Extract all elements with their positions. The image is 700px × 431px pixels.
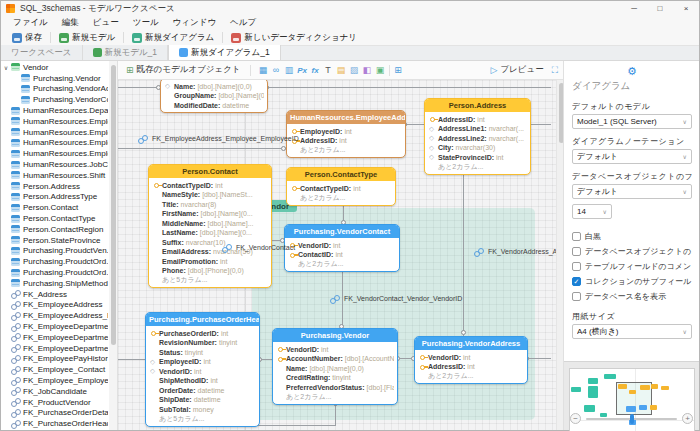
sidebar-item-Purchasing.VendorCont...[interactable]: Purchasing.VendorCont... — [1, 94, 108, 105]
sidebar-item-FK_EmployeeAddress_E...[interactable]: FK_EmployeeAddress_E... — [1, 310, 108, 321]
zoom-out-icon[interactable]: − — [570, 413, 581, 424]
toolbar-save-button[interactable]: 保存 — [7, 31, 47, 45]
sidebar-item-HumanResources.Shift[interactable]: HumanResources.Shift — [1, 170, 108, 181]
caret-down-icon[interactable]: ∨ — [1, 64, 11, 71]
new-table-tool-icon[interactable]: ▦ — [257, 64, 270, 77]
image-tool-icon[interactable]: ▨ — [348, 64, 361, 77]
diagram-canvas[interactable]: Vendor◇Name:[dbo].[Name](0,0)GroupName:[… — [118, 80, 563, 430]
fk-label[interactable]: FK_VendorContact — [222, 243, 295, 252]
font-size-select[interactable]: 14 ∨ — [572, 204, 612, 219]
toolbar-new-model-button[interactable]: 新規モデル — [54, 31, 120, 45]
minimize-button-icon[interactable]: ─ — [621, 1, 647, 16]
sidebar-item-Person.Contact[interactable]: Person.Contact — [1, 202, 108, 213]
checkbox-row[interactable]: データベースオブジェクトのコメントを表示 — [572, 244, 692, 259]
sidebar-item-Purchasing.ProudctVen...[interactable]: Purchasing.ProudctVen... — [1, 246, 108, 257]
gear-icon[interactable]: ⚙ — [572, 65, 692, 78]
sidebar-item-Purchasing.ShipMethod[interactable]: Purchasing.ShipMethod — [1, 278, 108, 289]
checkbox-row[interactable]: テーブルフィールドのコメントを表示 — [572, 259, 692, 274]
zoom-slider[interactable] — [586, 418, 677, 420]
sidebar-item-HumanResources.Emplo...[interactable]: HumanResources.Emplo... — [1, 127, 108, 138]
entity-HumanResources.EmployeeAddress[interactable]: HumanResources.EmployeeAddressEmployeeID… — [286, 110, 406, 158]
preview-button[interactable]: ▷ プレビュー — [487, 63, 546, 77]
sidebar-item-FK_EmployeeDepartme...[interactable]: FK_EmployeeDepartme... — [1, 332, 108, 343]
sidebar-item-FK_JobCandidate[interactable]: FK_JobCandidate — [1, 386, 108, 397]
function-tool-icon[interactable]: fx — [309, 64, 322, 77]
sidebar-item-FK_EmployeeDepartme...[interactable]: FK_EmployeeDepartme... — [1, 343, 108, 354]
sidebar-item-Person.ContactRegion[interactable]: Person.ContactRegion — [1, 224, 108, 235]
text-tool-icon[interactable]: T — [322, 64, 335, 77]
menu-item[interactable]: ヘルプ — [224, 16, 262, 30]
entity-Purchasing.VendorContact[interactable]: Purchasing.VendorContactVendorID:intCont… — [284, 224, 400, 272]
entity-partial[interactable]: ◇Name:[dbo].[Name](0,0)GroupName:[dbo].[… — [160, 80, 268, 113]
diagram-notation-select[interactable]: デフォルト∨ — [572, 149, 692, 164]
menu-item[interactable]: ツール — [127, 16, 165, 30]
checkbox-checked[interactable]: ✓ — [572, 277, 581, 286]
entity-Person.ContactType[interactable]: Person.ContactTypeContactTypeID:intあと2カラ… — [286, 167, 396, 206]
paper-size-select[interactable]: A4 (横向き) ∨ — [572, 324, 692, 339]
sidebar-item-FK_Employee_Contact[interactable]: FK_Employee_Contact — [1, 364, 108, 375]
fk-label[interactable]: FK_EmployeeAddress_Employee_EmployeeID — [138, 134, 299, 143]
tab-ワークスペース[interactable]: ワークスペース — [1, 45, 83, 60]
shape-tool-icon[interactable]: ◧ — [361, 64, 374, 77]
toolbar-new-diagram-button[interactable]: 新規ダイアグラム — [127, 31, 219, 45]
new-relation-tool-icon[interactable]: ∞ — [270, 64, 283, 77]
tab-新規ダイアグラム_1[interactable]: 新規ダイアグラム_1 — [168, 45, 281, 60]
sidebar-item-Purchasing.VendorAdress[interactable]: Purchasing.VendorAdress — [1, 84, 108, 95]
menu-item[interactable]: ファイル — [7, 16, 54, 30]
checkbox[interactable] — [572, 292, 581, 301]
toolbar-new-data-dictionary-button[interactable]: 新しいデータディクショナリ — [226, 31, 362, 45]
sidebar-item-Vendor[interactable]: ∨Vendor — [1, 62, 108, 73]
primary-key-tool-icon[interactable]: Px — [296, 64, 309, 77]
entity-Purchasing.Vendor[interactable]: Purchasing.VendorVendorID:intAccountNumb… — [272, 328, 398, 405]
checkbox-row[interactable]: 白黒 — [572, 229, 692, 244]
sidebar-item-FK_EmployeeAddress[interactable]: FK_EmployeeAddress — [1, 300, 108, 311]
checkbox[interactable] — [572, 262, 581, 271]
note-tool-icon[interactable]: ▤ — [335, 64, 348, 77]
entity-Person.Address[interactable]: Person.AddressAddressID:int◇AddressLine1… — [424, 98, 531, 175]
sidebar-item-FK_EmployeeDepartme...[interactable]: FK_EmployeeDepartme... — [1, 321, 108, 332]
existing-model-objects-button[interactable]: ⊞ 既存のモデルオブジェクト — [123, 63, 244, 77]
menu-item[interactable]: 編集 — [56, 16, 85, 30]
fk-label[interactable]: FK_VendorContact_Vendor_VendorID — [330, 294, 462, 303]
tab-新規モデル_1[interactable]: 新規モデル_1 — [83, 45, 169, 60]
sidebar-item-Purchasing.Vendor[interactable]: Purchasing.Vendor — [1, 73, 108, 84]
canvas-scrollbar[interactable] — [556, 80, 563, 430]
default-model-select[interactable]: Model_1 (SQL Server)∨ — [572, 114, 692, 129]
fk-label[interactable]: FK_VendorAddress_Address — [474, 247, 563, 256]
new-view-tool-icon[interactable]: ▥ — [283, 64, 296, 77]
zoom-slider-handle[interactable] — [630, 414, 634, 424]
sidebar-item-HumanResources.Depar...[interactable]: HumanResources.Depar... — [1, 105, 108, 116]
menu-item[interactable]: ウィンドウ — [167, 16, 223, 30]
entity-Purchasing.VendorAddress[interactable]: Purchasing.VendorAddressVendorID:intAddr… — [414, 336, 528, 384]
sidebar-item-Person.Address[interactable]: Person.Address — [1, 181, 108, 192]
entity-Purchasing.PurchaseOrderHeader[interactable]: Purchasing.PurchaseOrderHeaderPurchaseOr… — [145, 312, 260, 427]
sidebar-item-FK_PurchaseOrderDetail[interactable]: FK_PurchaseOrderDetail — [1, 408, 108, 419]
entity-Person.Contact[interactable]: Person.ContactContactTypeID:intNameStyle… — [148, 164, 272, 288]
fullscreen-icon[interactable]: ⛶ — [552, 65, 558, 75]
sidebar-item-HumanResources.Emplo...[interactable]: HumanResources.Emplo... — [1, 116, 108, 127]
sidebar-item-HumanResources.Emplo...[interactable]: HumanResources.Emplo... — [1, 138, 108, 149]
sidebar-item-FK_Employee_Employee[interactable]: FK_Employee_Employee — [1, 375, 108, 386]
sidebar-item-FK_Address[interactable]: FK_Address — [1, 289, 108, 300]
sidebar-item-HumanResources.Emplo...[interactable]: HumanResources.Emplo... — [1, 148, 108, 159]
sidebar-item-FK_ProductVendor[interactable]: FK_ProductVendor — [1, 397, 108, 408]
checkbox[interactable] — [572, 247, 581, 256]
menu-item[interactable]: ビュー — [87, 16, 125, 30]
sidebar-scrollbar[interactable] — [109, 61, 117, 430]
sidebar-item-FK_PurchaseOrderHead...[interactable]: FK_PurchaseOrderHead... — [1, 418, 108, 429]
sidebar-item-Person.StateProvince[interactable]: Person.StateProvince — [1, 235, 108, 246]
maximize-button-icon[interactable]: □ — [647, 1, 673, 16]
close-button-icon[interactable]: × — [673, 1, 699, 16]
sidebar-item-Person.AddressType[interactable]: Person.AddressType — [1, 192, 108, 203]
zoom-in-icon[interactable]: + — [682, 413, 693, 424]
db-object-font-select[interactable]: デフォルト∨ — [572, 184, 692, 199]
sidebar-item-Purchasing.ProudctOrd...[interactable]: Purchasing.ProudctOrd... — [1, 256, 108, 267]
checkbox-row[interactable]: ✓コレクションのサブフィールドを表示 — [572, 274, 692, 289]
sidebar-item-FK_EmployeePayHistory[interactable]: FK_EmployeePayHistory — [1, 354, 108, 365]
layer-tool-icon[interactable]: ▣ — [374, 64, 387, 77]
checkbox-row[interactable]: データベース名を表示 — [572, 289, 692, 304]
checkbox[interactable] — [572, 232, 581, 241]
sidebar-item-Purchasing.ProudctOrd...[interactable]: Purchasing.ProudctOrd... — [1, 267, 108, 278]
model-conversion-tool-icon[interactable]: ⊞ — [392, 64, 405, 77]
sidebar-item-Person.ContactType[interactable]: Person.ContactType — [1, 213, 108, 224]
